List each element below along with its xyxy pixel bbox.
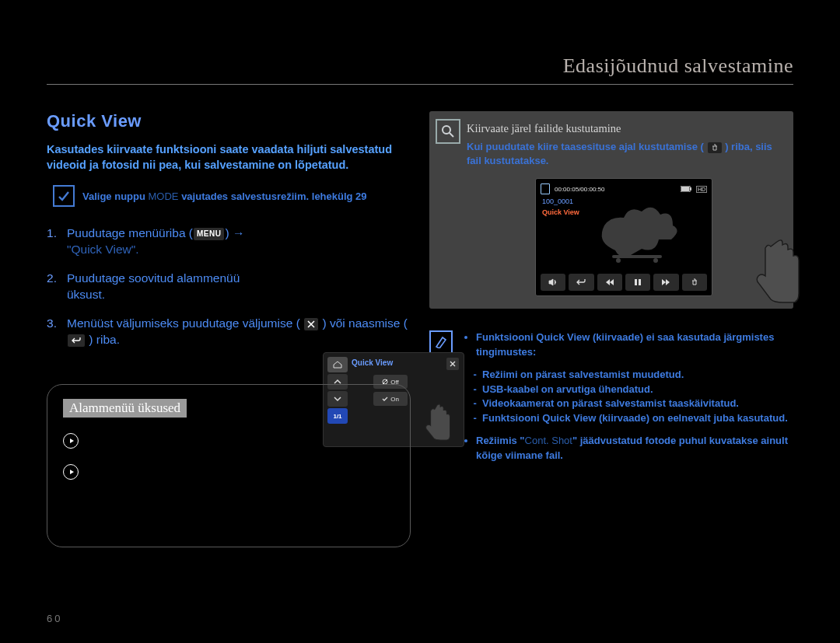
svg-line-3	[450, 133, 453, 137]
intro-text: Kasutades kiirvaate funktsiooni saate va…	[47, 142, 411, 173]
file-name-label: 100_0001	[542, 197, 573, 205]
return-button	[569, 274, 593, 291]
note-cond-3: Videokaamerat on pärast salvestamist taa…	[482, 397, 793, 411]
quick-view-label: Quick View	[542, 208, 579, 216]
rewind-button	[597, 274, 622, 291]
menu-title: Quick View	[352, 358, 393, 367]
delete-button	[682, 274, 707, 291]
sd-card-icon	[541, 183, 550, 194]
check-icon	[53, 185, 75, 207]
delete-description: Kui puudutate kiire taasesituse ajal kus…	[467, 140, 781, 167]
delete-title: Kiirvaate järel failide kustutamine	[467, 122, 781, 135]
note-intro: Funktsiooni Quick View (kiirvaade) ei sa…	[476, 330, 793, 360]
trash-icon	[708, 142, 722, 153]
player-time: 00:00:05/00:00:50	[555, 186, 605, 193]
delete-info-box: Kiirvaate järel failide kustutamine Kui …	[429, 111, 793, 309]
hand-icon	[422, 401, 456, 442]
note-cond-2: USB-kaabel on arvutiga ühendatud.	[482, 383, 793, 397]
page-number: 60	[47, 613, 62, 624]
magnifier-icon	[436, 119, 460, 144]
prerequisite-row: Valige nuppu MODE vajutades salvestusrež…	[53, 185, 411, 207]
steps-list: Puudutage menüüriba (MENU) → "Quick View…	[47, 225, 411, 348]
volume-button	[541, 274, 565, 291]
skateboarder-icon	[581, 194, 690, 264]
svg-rect-11	[639, 279, 641, 285]
hand-icon	[747, 236, 809, 306]
play-icon	[63, 464, 79, 480]
svg-rect-10	[635, 279, 637, 285]
return-icon	[67, 334, 86, 348]
note-bullet-2: Režiimis "Cont. Shot" jäädvustatud fotod…	[476, 434, 793, 463]
svg-rect-5	[690, 187, 691, 190]
forward-button	[653, 274, 678, 291]
player-screenshot: 00:00:05/00:00:50 HD 100_0001 Quick View	[535, 178, 712, 296]
svg-point-9	[653, 258, 658, 263]
menu-badge: MENU	[193, 227, 225, 241]
step-3: Menüüst väljumiseks puudutage väljumise …	[47, 316, 411, 348]
svg-point-2	[443, 126, 450, 134]
page-header: Edasijõudnud salvestamine	[47, 54, 793, 85]
svg-point-8	[616, 258, 621, 263]
submenu-item-1	[63, 432, 394, 449]
svg-rect-6	[681, 187, 689, 191]
submenu-box: Alammenüü üksused	[47, 384, 411, 547]
battery-icon	[681, 186, 691, 192]
close-icon	[303, 317, 319, 331]
hd-icon: HD	[696, 186, 707, 193]
section-title: Quick View	[47, 111, 411, 131]
note-icon	[429, 330, 453, 354]
note-cond-1: Režiimi on pärast salvestamist muudetud.	[482, 368, 793, 383]
step-1: Puudutage menüüriba (MENU) → "Quick View…	[47, 225, 411, 258]
note-block: Funktsiooni Quick View (kiirvaade) ei sa…	[429, 330, 793, 471]
pause-button	[625, 274, 650, 291]
menu-close-icon	[446, 358, 459, 370]
submenu-item-2	[63, 463, 394, 480]
play-icon	[63, 433, 79, 449]
step-2: Puudutage soovitud alammenüü üksust.	[47, 271, 411, 303]
prerequisite-text: Valige nuppu MODE vajutades salvestusrež…	[82, 190, 367, 202]
submenu-title: Alammenüü üksused	[63, 399, 187, 418]
svg-rect-7	[612, 255, 662, 258]
note-cond-4: Funktsiooni Quick View (kiirvaade) on ee…	[482, 411, 793, 426]
tab-home-icon	[327, 357, 348, 372]
